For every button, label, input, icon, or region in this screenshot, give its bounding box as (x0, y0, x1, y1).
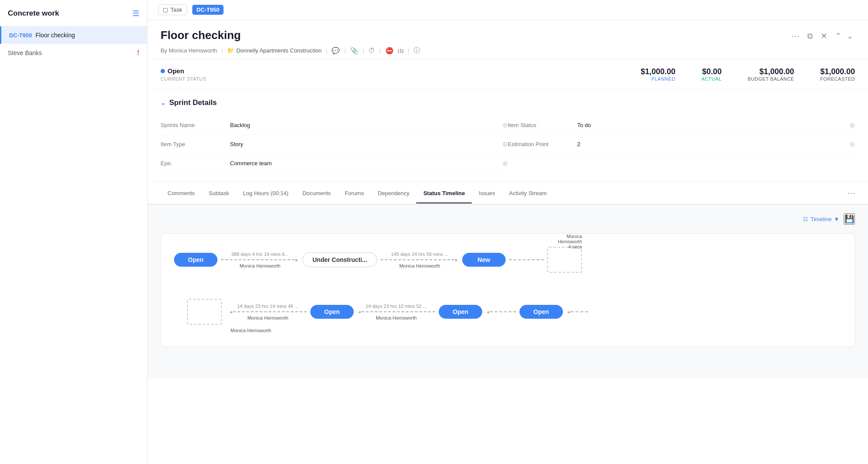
task-type-label: Task (171, 7, 182, 13)
arrow-right-1: ► (295, 258, 299, 262)
tab-forums[interactable]: Forums (338, 184, 371, 203)
tab-dependency[interactable]: Dependency (371, 184, 416, 203)
timer-icon[interactable]: ⏱ (368, 47, 375, 54)
by-label: By Monica Hemsworth (161, 47, 217, 54)
tl-node-open-r2-1[interactable]: Open (310, 305, 354, 319)
detail-meta: By Monica Hemsworth | 📁 Donnelly Apartme… (161, 46, 420, 55)
task-id-badge[interactable]: DC-T950 (192, 5, 224, 15)
r2-arrow2-time: 14 days 23 hrs 10 mins 52 ... (365, 304, 427, 309)
clear-sprints-name-icon[interactable]: ⊗ (502, 121, 508, 129)
sprint-field-empty (508, 154, 855, 173)
flag-icon[interactable]: ⛔ (385, 47, 394, 55)
sidebar-title: Concrete work (8, 9, 59, 18)
r2-arrow1-time: 14 days 23 hrs 14 mins 46 ... (237, 304, 298, 309)
item-type-value: Story (230, 141, 499, 147)
tl-node-open-1[interactable]: Open (174, 253, 217, 267)
info-icon[interactable]: ⓘ (414, 46, 420, 55)
arrow-right-2: ► (454, 258, 459, 262)
arrow-left-r2-3: ◄ (486, 310, 490, 314)
sidebar-task-item[interactable]: DC-T950 Floor checking (0, 26, 147, 44)
tab-activity-stream[interactable]: Activity Stream (502, 184, 554, 203)
next-button[interactable]: ⌄ (845, 30, 855, 42)
arrow2-line: ► (381, 258, 459, 262)
planned-value: $1,000.00 (641, 67, 675, 76)
task-type-icon: ▢ (163, 7, 168, 13)
sidebar-header: Concrete work ☰ (0, 0, 147, 26)
tl-arrow-1: 388 days 4 hrs 14 mins 6... ► Monica Hem… (221, 252, 299, 268)
budget-forecasted: $1,000.00 FORECASTED (820, 67, 855, 82)
tabs-bar: Comments Subtask Log Hours (00:14) Docum… (148, 182, 868, 205)
comment-icon[interactable]: 💬 (332, 47, 340, 55)
tl-arrow-2: 145 days 14 hrs 56 mins ... ► Monica Hem… (381, 252, 459, 268)
dashed-line-r2-3 (490, 311, 516, 312)
separator3: | (344, 47, 345, 54)
status-section: Open CURRENT STATUS (161, 67, 206, 82)
timeline-btn-label: Timeline (810, 216, 832, 222)
sprint-field-item-type: Item Type Story ⊗ (161, 135, 508, 154)
timeline-dropdown-button[interactable]: ☷ Timeline ▼ (803, 216, 839, 222)
timeline-list-icon: ☷ (803, 216, 808, 222)
clear-item-type-icon[interactable]: ⊗ (502, 140, 508, 148)
clear-estimation-icon[interactable]: ⊗ (849, 140, 855, 148)
tab-log-hours[interactable]: Log Hours (00:14) (236, 184, 296, 203)
epic-value: Commerce team (230, 160, 499, 167)
arrow-left-trailing: ◄ (566, 310, 571, 314)
tab-documents[interactable]: Documents (296, 184, 338, 203)
tl-node-open-r2-3[interactable]: Open (519, 305, 563, 319)
close-button[interactable]: ✕ (819, 30, 829, 42)
r2-arrow2-user: Monica Hemsworth (376, 315, 417, 320)
clear-epic-icon[interactable]: ⊗ (502, 159, 508, 167)
arrow-left-r2-1: ◄ (229, 310, 233, 314)
actual-label: ACTUAL (701, 76, 721, 82)
alert-icon: ! (137, 49, 139, 57)
timeline-save-button[interactable]: 💾 (844, 213, 855, 225)
tab-status-timeline[interactable]: Status Timeline (416, 184, 472, 203)
row2-bottom-user: Monica Hemsworth (174, 327, 842, 333)
project-name: Donnelly Apartments Construction (236, 47, 322, 54)
balance-label: BUDGET BALANCE (748, 76, 794, 82)
clear-item-status-icon[interactable]: ⊗ (849, 121, 855, 129)
tl-box-container: Monica Hemsworth 4 secs (547, 247, 582, 273)
status-dot (161, 69, 165, 73)
sprint-grid: Sprints Name Backlog ⊗ Item Status To do… (161, 116, 855, 173)
row2-user-label: Monica Hemsworth (187, 328, 271, 333)
r2-trailing-left: ◄ (566, 310, 588, 314)
timeline-toolbar: ☷ Timeline ▼ 💾 (161, 213, 855, 225)
arrow1-user: Monica Hemsworth (240, 263, 280, 268)
separator5: | (379, 47, 381, 54)
side-connector-label: Monica Hemsworth 4 secs (547, 234, 582, 249)
r2-arrow1-user: Monica Hemsworth (247, 315, 288, 320)
hamburger-icon[interactable]: ☰ (132, 9, 139, 18)
dashed-line-r2-2 (362, 311, 435, 312)
side-time-label: 4 secs (547, 244, 582, 249)
tab-subtask[interactable]: Subtask (202, 184, 236, 203)
more-options-button[interactable]: ⋯ (790, 30, 801, 42)
dashed-line-1 (221, 259, 295, 260)
r2-arrow1-line: ◄ (229, 310, 307, 314)
tabs-more-icon[interactable]: ⋯ (847, 182, 855, 204)
project-info: 📁 Donnelly Apartments Construction (227, 47, 322, 54)
sprint-field-estimation-point: Estimation Point 2 ⊗ (508, 135, 855, 154)
prev-button[interactable]: ⌃ (833, 30, 843, 42)
tl-node-new[interactable]: New (462, 253, 506, 267)
tl-node-open-r2-2[interactable]: Open (439, 305, 482, 319)
sidebar-user-item[interactable]: Steve Banks ! (0, 44, 147, 62)
expand-icon[interactable]: ⧉ (806, 31, 815, 42)
tl-node-under[interactable]: Under Constructi... (302, 252, 377, 267)
sprint-field-epic: Epic Commerce team ⊗ (161, 154, 508, 173)
r2-left-dashed: ◄ (486, 310, 516, 314)
budget-amounts: $1,000.00 PLANNED $0.00 ACTUAL $1,000.00… (641, 67, 855, 82)
arrow-left-r2-2: ◄ (357, 310, 362, 314)
forecasted-value: $1,000.00 (820, 67, 855, 76)
tab-issues[interactable]: Issues (472, 184, 502, 203)
detail-header-left: Floor checking By Monica Hemsworth | 📁 D… (161, 29, 420, 55)
estimation-point-value: 2 (577, 141, 846, 147)
task-type-badge: ▢ Task (158, 4, 187, 15)
main-content: ▢ Task DC-T950 Floor checking By Monica … (148, 0, 868, 464)
sprint-details-section: ⌄ Sprint Details Sprints Name Backlog ⊗ … (148, 90, 868, 182)
separator: | (221, 47, 223, 54)
attachment-icon[interactable]: 📎 (350, 47, 358, 55)
folder-icon: 📁 (227, 47, 234, 54)
sprint-section-header[interactable]: ⌄ Sprint Details (161, 98, 855, 107)
tab-comments[interactable]: Comments (161, 184, 202, 203)
